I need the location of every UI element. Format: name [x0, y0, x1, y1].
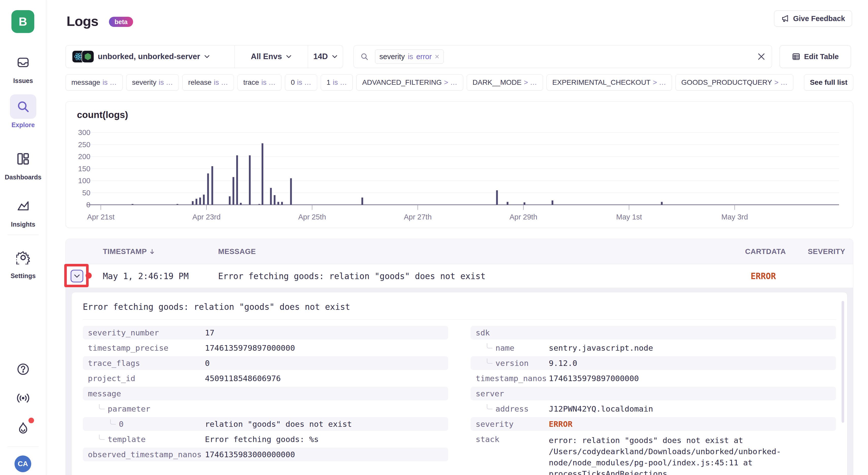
expand-row-button[interactable] [71, 270, 83, 282]
detail-heading: Error fetching goods: relation "goods" d… [83, 302, 836, 312]
sidebar-item-issues[interactable]: Issues [0, 50, 46, 84]
log-row[interactable]: May 1, 2:46:19 PM Error fetching goods: … [66, 264, 853, 288]
detail-row-parameter: parameter [83, 402, 448, 416]
filter-chip-1[interactable]: 1is … [321, 74, 353, 91]
detail-value-severity_number: 17 [205, 328, 443, 337]
detail-value-trace_flags: 0 [205, 359, 443, 368]
search-filter-token[interactable]: severity is error [375, 49, 444, 64]
chevron-down-icon [204, 55, 210, 59]
detail-scrollbar[interactable] [842, 301, 844, 423]
svg-text:May 1st: May 1st [616, 213, 642, 221]
filter-chip-goods_productquery[interactable]: GOODS_PRODUCTQUERY> … [676, 74, 793, 91]
filter-chip-trace[interactable]: traceis … [238, 74, 281, 91]
node-platform-icon [82, 51, 94, 62]
tree-connector [487, 359, 492, 364]
whats-new-button[interactable] [0, 421, 46, 435]
detail-value-name: sentry.javascript.node [549, 343, 831, 352]
chevron-down-icon [286, 55, 291, 59]
column-header-cartdata[interactable]: CARTDATA [745, 239, 786, 264]
detail-row-0: 0relation "goods" does not exist [83, 417, 448, 431]
chevron-down-icon [332, 55, 338, 59]
column-header-timestamp[interactable]: TIMESTAMP [103, 239, 155, 264]
svg-text:Apr 25th: Apr 25th [298, 213, 326, 221]
table-icon [792, 52, 801, 61]
filter-chip-message[interactable]: messageis … [65, 74, 123, 91]
avatar[interactable]: CA [14, 455, 31, 472]
notification-dot [28, 418, 34, 423]
detail-value-timestamp_nanos: 1746135979897000000 [549, 374, 831, 383]
give-feedback-button[interactable]: Give Feedback [774, 10, 852, 27]
issues-icon [16, 56, 30, 69]
svg-text:50: 50 [82, 189, 90, 197]
logs-table: TIMESTAMP MESSAGE CARTDATA SEVERITY May … [65, 239, 853, 475]
detail-row-timestamp_nanos: timestamp_nanos1746135979897000000 [471, 371, 836, 385]
detail-row-sdk: sdk [471, 326, 836, 340]
detail-row-observed_timestamp_nanos: observed_timestamp_nanos1746135983000000… [83, 448, 448, 461]
project-selector[interactable]: unborked, unborked-server [66, 45, 235, 68]
svg-text:250: 250 [78, 141, 90, 149]
quick-filter-chips: messageis …severityis …releaseis …tracei… [65, 74, 853, 91]
detail-value-version: 9.12.0 [549, 359, 831, 368]
page-filter-bar: unborked, unborked-server All Envs 14D [65, 45, 343, 68]
detail-row-stack: stackerror: relation "goods" does not ex… [471, 432, 836, 475]
tree-connector [110, 419, 116, 425]
remove-token-icon[interactable] [435, 54, 439, 59]
detail-value-address: J12PWN42YQ.localdomain [549, 404, 831, 413]
clear-search-icon[interactable] [757, 53, 765, 60]
svg-text:200: 200 [78, 152, 90, 161]
filter-chip-advanced_filtering[interactable]: ADVANCED_FILTERING> … [356, 74, 463, 91]
sidebar: B IssuesExploreDashboardsInsightsSetting… [0, 0, 46, 475]
help-icon [17, 363, 29, 376]
detail-row-server: server [471, 387, 836, 400]
detail-value-stack: error: relation "goods" does not exist a… [549, 435, 831, 475]
filter-chip-0[interactable]: 0is … [285, 74, 317, 91]
log-detail-panel: Error fetching goods: relation "goods" d… [71, 292, 847, 475]
tree-connector [487, 343, 492, 348]
row-severity-value: ERROR [751, 264, 776, 288]
filter-chip-experimental_checkout[interactable]: EXPERIMENTAL_CHECKOUT> … [547, 74, 672, 91]
see-full-list-button[interactable]: See full list [804, 74, 853, 91]
search-input[interactable]: severity is error [353, 45, 772, 68]
detail-row-trace_flags: trace_flags0 [83, 356, 448, 370]
svg-text:100: 100 [78, 177, 90, 185]
megaphone-icon [781, 14, 789, 23]
detail-value-template: Error fetching goods: %s [205, 435, 443, 444]
detail-row-severity_number: severity_number17 [83, 326, 448, 340]
sidebar-item-settings[interactable]: Settings [0, 245, 46, 280]
column-header-message[interactable]: MESSAGE [218, 239, 256, 264]
tree-connector [99, 404, 105, 409]
help-button[interactable] [0, 363, 46, 376]
svg-text:Apr 27th: Apr 27th [404, 213, 432, 221]
svg-text:Apr 29th: Apr 29th [509, 213, 537, 221]
row-timestamp: May 1, 2:46:19 PM [103, 264, 189, 288]
page-title: Logs [66, 13, 98, 29]
column-header-severity[interactable]: SEVERITY [808, 239, 845, 264]
detail-value-0: relation "goods" does not exist [205, 419, 443, 429]
expanded-row-region: Error fetching goods: relation "goods" d… [66, 288, 853, 475]
broadcast-icon [16, 392, 30, 404]
svg-text:Apr 21st: Apr 21st [87, 213, 115, 221]
edit-table-button[interactable]: Edit Table [780, 45, 851, 68]
detail-value-timestamp_precise: 1746135979897000000 [205, 343, 443, 352]
detail-row-address: addressJ12PWN42YQ.localdomain [471, 402, 836, 416]
detail-row-message: message [83, 387, 448, 400]
date-range-selector[interactable]: 14D [308, 45, 343, 68]
insights-icon [16, 200, 30, 212]
broadcast-button[interactable] [0, 392, 46, 404]
environment-selector[interactable]: All Envs [235, 45, 308, 68]
detail-value-severity: ERROR [549, 419, 831, 429]
detail-value-project_id: 4509118548606976 [205, 374, 443, 383]
svg-text:150: 150 [78, 165, 90, 173]
app-logo[interactable]: B [11, 10, 34, 33]
detail-row-name: namesentry.javascript.node [471, 341, 836, 355]
sidebar-item-dashboards[interactable]: Dashboards [0, 147, 46, 181]
detail-row-version: version9.12.0 [471, 356, 836, 370]
sidebar-item-explore[interactable]: Explore [0, 94, 46, 129]
tree-connector [487, 404, 492, 409]
filter-chip-severity[interactable]: severityis … [126, 74, 179, 91]
detail-divider [83, 319, 836, 320]
detail-row-project_id: project_id4509118548606976 [83, 371, 448, 385]
sidebar-item-insights[interactable]: Insights [0, 194, 46, 228]
filter-chip-release[interactable]: releaseis … [182, 74, 234, 91]
filter-chip-dark__mode[interactable]: DARK__MODE> … [467, 74, 543, 91]
